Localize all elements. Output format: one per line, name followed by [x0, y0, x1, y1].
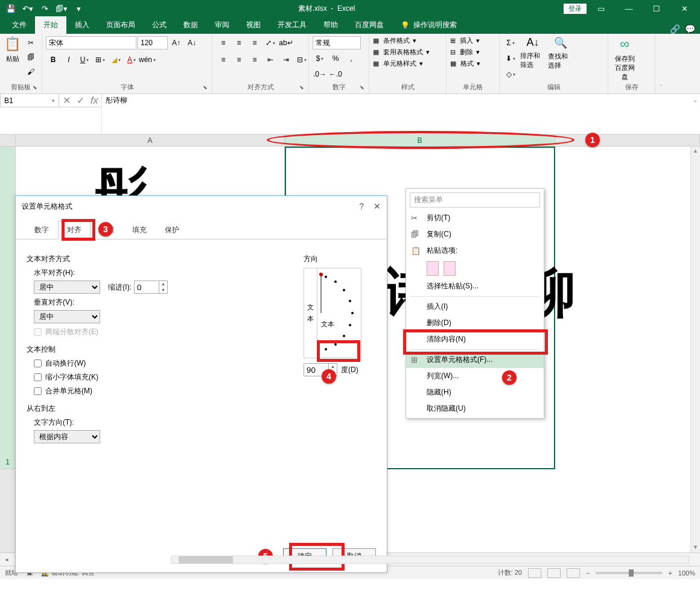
name-box[interactable]: B1 ▾: [0, 94, 59, 107]
align-right-icon[interactable]: ≡: [247, 53, 262, 66]
clear-icon[interactable]: ◇: [503, 68, 518, 81]
context-search-input[interactable]: 搜索菜单: [410, 192, 540, 207]
orientation-icon[interactable]: ⤢: [263, 36, 278, 49]
shrink-fit-check[interactable]: 缩小字体填充(K): [34, 372, 285, 382]
tab-insert[interactable]: 插入: [66, 16, 98, 34]
underline-icon[interactable]: U: [77, 53, 92, 66]
align-center-icon[interactable]: ≡: [232, 53, 246, 66]
tab-home[interactable]: 开始: [35, 16, 66, 34]
enter-formula-icon[interactable]: ✓: [77, 95, 84, 106]
zoom-slider[interactable]: [596, 572, 662, 574]
zoom-out-icon[interactable]: −: [586, 569, 590, 577]
sort-filter-button[interactable]: A↓排序和筛选: [520, 36, 546, 69]
dec-decimal-icon[interactable]: ←.0: [328, 68, 343, 81]
dlg-tab-number[interactable]: 数字: [25, 221, 58, 239]
comma-icon[interactable]: ,: [344, 52, 358, 65]
collapse-ribbon-icon[interactable]: ˆ: [655, 34, 666, 93]
find-select-button[interactable]: 🔍查找和选择: [548, 36, 573, 70]
copy-icon[interactable]: 🗐: [24, 51, 38, 64]
autosum-icon[interactable]: Σ: [503, 36, 518, 49]
cm-paste-special[interactable]: 选择性粘贴(S)...: [406, 278, 544, 294]
align-middle-icon[interactable]: ≡: [232, 36, 246, 49]
font-name-input[interactable]: [46, 36, 136, 49]
cond-format-button[interactable]: ▦ 条件格式 ▾: [373, 36, 416, 45]
close-icon[interactable]: ✕: [671, 0, 698, 17]
italic-icon[interactable]: I: [62, 53, 76, 66]
col-header-a[interactable]: A: [16, 135, 285, 146]
wrap-text-icon[interactable]: ab↵: [279, 36, 293, 49]
normal-view-icon[interactable]: [528, 568, 541, 578]
cm-delete[interactable]: 删除(D): [406, 315, 544, 331]
cm-insert[interactable]: 插入(I): [406, 299, 544, 315]
indent-inc-icon[interactable]: ⇥: [279, 53, 293, 66]
v-align-select[interactable]: 居中: [34, 310, 100, 323]
undo-icon[interactable]: ↶▾: [19, 1, 36, 16]
tab-view[interactable]: 视图: [238, 16, 269, 34]
select-all-triangle[interactable]: [0, 135, 16, 146]
tab-file[interactable]: 文件: [4, 16, 35, 34]
indent-dec-icon[interactable]: ⇤: [263, 53, 278, 66]
tell-me[interactable]: 💡 操作说明搜索: [392, 16, 465, 34]
indent-up-icon[interactable]: ▲: [159, 281, 167, 287]
phonetic-icon[interactable]: wén: [140, 53, 154, 66]
horizontal-scrollbar[interactable]: [171, 556, 689, 564]
baidu-save-button[interactable]: ∞ 保存到 百度网盘: [612, 36, 637, 81]
cm-copy[interactable]: 🗐复制(C): [406, 226, 544, 242]
increase-font-icon[interactable]: A↑: [169, 36, 183, 49]
preview-icon[interactable]: 🗐▾: [53, 1, 70, 16]
cm-col-width[interactable]: 列宽(W)...: [406, 368, 544, 384]
border-icon[interactable]: ⊞: [93, 53, 107, 66]
dlg-tab-protect[interactable]: 保护: [156, 221, 188, 239]
col-header-rest[interactable]: [555, 135, 700, 146]
fill-color-icon[interactable]: ◢: [109, 53, 123, 66]
tab-developer[interactable]: 开发工具: [269, 16, 315, 34]
align-bottom-icon[interactable]: ≡: [247, 36, 262, 49]
minimize-icon[interactable]: —: [616, 0, 642, 17]
clipboard-launcher-icon[interactable]: ⬊: [33, 84, 40, 92]
font-size-input[interactable]: [138, 36, 168, 49]
cancel-formula-icon[interactable]: ✕: [63, 95, 71, 106]
inc-decimal-icon[interactable]: .0→: [313, 68, 327, 81]
zoom-in-icon[interactable]: +: [668, 569, 672, 577]
indent-input[interactable]: [135, 282, 159, 293]
tab-layout[interactable]: 页面布局: [98, 16, 144, 34]
dialog-close-icon[interactable]: ✕: [374, 201, 381, 211]
hscroll-thumb[interactable]: [179, 556, 233, 563]
tab-help[interactable]: 帮助: [315, 16, 346, 34]
align-launcher-icon[interactable]: ⬊: [299, 84, 307, 92]
text-dir-select[interactable]: 根据内容: [34, 430, 100, 443]
h-align-select[interactable]: 居中: [34, 280, 100, 294]
sheet-nav-prev-icon[interactable]: ◂: [0, 556, 13, 563]
indent-down-icon[interactable]: ▼: [159, 287, 167, 293]
bold-icon[interactable]: B: [46, 53, 60, 66]
delete-cells-button[interactable]: ⊟ 删除 ▾: [450, 48, 480, 57]
paste-button[interactable]: 📋 粘贴: [4, 36, 21, 63]
maximize-icon[interactable]: ☐: [643, 0, 670, 17]
font-launcher-icon[interactable]: ⬊: [203, 84, 210, 92]
expand-formula-icon[interactable]: ⌄: [693, 97, 698, 103]
cm-cut[interactable]: ✂剪切(T): [406, 210, 544, 226]
qat-customize-icon[interactable]: ▾: [70, 1, 87, 16]
percent-icon[interactable]: %: [328, 52, 343, 65]
cut-icon[interactable]: ✂: [24, 36, 38, 49]
number-launcher-icon[interactable]: ⬊: [360, 84, 367, 92]
login-button[interactable]: 登录: [564, 4, 587, 14]
dialog-help-icon[interactable]: ?: [359, 201, 364, 211]
formula-input[interactable]: 彤诗柳 ⌄: [101, 94, 700, 134]
cm-unhide[interactable]: 取消隐藏(U): [406, 401, 544, 417]
page-break-view-icon[interactable]: [567, 568, 580, 578]
currency-icon[interactable]: $: [313, 52, 327, 65]
vertical-scrollbar[interactable]: ▲ ▼: [690, 147, 700, 553]
fill-icon[interactable]: ⬇: [503, 52, 518, 65]
align-left-icon[interactable]: ≡: [216, 53, 231, 66]
tab-baidu[interactable]: 百度网盘: [346, 16, 392, 34]
zoom-level[interactable]: 100%: [678, 569, 695, 577]
format-table-button[interactable]: ▦ 套用表格格式 ▾: [373, 48, 430, 57]
merge-icon[interactable]: ⊟: [294, 53, 309, 66]
redo-icon[interactable]: ↷: [36, 1, 53, 16]
row-header-1[interactable]: 1: [0, 147, 15, 469]
orient-vertical-text[interactable]: 文本: [304, 268, 317, 358]
page-layout-view-icon[interactable]: [547, 568, 561, 578]
paste-option-1-icon[interactable]: [427, 261, 439, 276]
indent-spinner[interactable]: ▲▼: [134, 280, 168, 294]
